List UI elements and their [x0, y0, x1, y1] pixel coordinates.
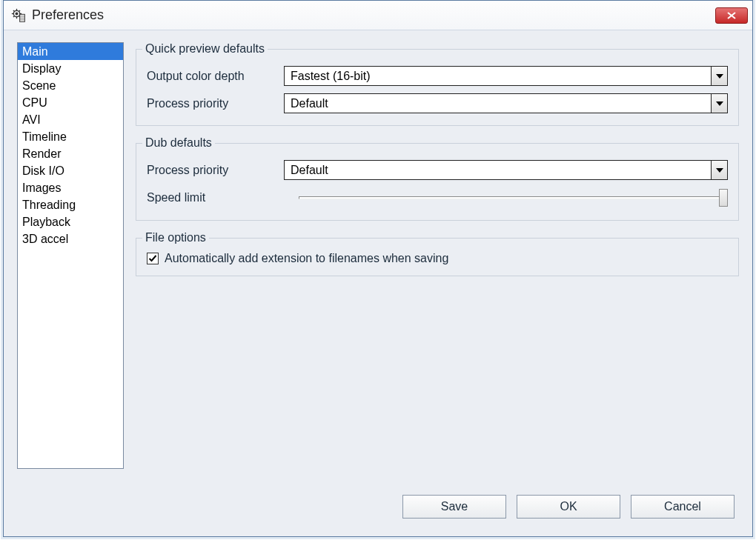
checkbox-label: Automatically add extension to filenames…: [165, 252, 448, 265]
dialog-buttons: Save OK Cancel: [402, 495, 735, 519]
qp-process-priority-select[interactable]: Default: [284, 93, 728, 113]
sidebar-item-display[interactable]: Display: [18, 60, 123, 77]
app-gear-film-icon: [11, 8, 26, 23]
svg-line-9: [13, 16, 15, 17]
speed-limit-label: Speed limit: [147, 191, 299, 204]
group-legend: File options: [142, 231, 209, 244]
close-icon: [726, 12, 737, 19]
auto-extension-checkbox[interactable]: Automatically add extension to filenames…: [147, 252, 728, 265]
sidebar-item-cpu[interactable]: CPU: [18, 94, 123, 111]
sidebar-item-playback[interactable]: Playback: [18, 213, 123, 230]
svg-marker-17: [716, 101, 723, 106]
qp-process-priority-label: Process priority: [147, 97, 284, 110]
group-dub-defaults: Dub defaults Process priority Default: [136, 136, 739, 221]
group-file-options: File options Automatically add extension…: [136, 231, 739, 276]
sidebar-item-images[interactable]: Images: [18, 179, 123, 196]
dub-process-priority-label: Process priority: [147, 164, 284, 177]
sidebar-item-threading[interactable]: Threading: [18, 196, 123, 213]
sidebar-item-main[interactable]: Main: [18, 43, 123, 60]
check-icon: [148, 254, 157, 263]
sidebar-item-disk-i-o[interactable]: Disk I/O: [18, 162, 123, 179]
slider-track: [299, 196, 728, 199]
speed-limit-slider[interactable]: [299, 187, 728, 208]
sidebar-item-scene[interactable]: Scene: [18, 77, 123, 94]
sidebar-item-render[interactable]: Render: [18, 145, 123, 162]
sidebar-item-timeline[interactable]: Timeline: [18, 128, 123, 145]
output-color-depth-select[interactable]: Fastest (16-bit): [284, 66, 728, 86]
svg-marker-16: [716, 74, 723, 79]
group-quick-preview: Quick preview defaults Output color dept…: [136, 42, 739, 126]
svg-line-8: [19, 10, 20, 11]
save-button[interactable]: Save: [402, 495, 506, 519]
chevron-down-icon: [711, 94, 727, 113]
preferences-window: Preferences MainDisplaySceneCPUAVITimeli…: [3, 0, 753, 537]
window-title: Preferences: [32, 7, 715, 23]
output-color-depth-label: Output color depth: [147, 70, 284, 83]
settings-panel: Quick preview defaults Output color dept…: [136, 42, 739, 524]
sidebar-item-3d-accel[interactable]: 3D accel: [18, 230, 123, 247]
sidebar-item-avi[interactable]: AVI: [18, 111, 123, 128]
svg-point-1: [16, 13, 18, 15]
select-value: Default: [285, 97, 711, 110]
group-legend: Dub defaults: [142, 136, 215, 150]
slider-thumb[interactable]: [719, 189, 728, 207]
svg-line-6: [13, 10, 15, 11]
titlebar: Preferences: [4, 1, 752, 30]
select-value: Fastest (16-bit): [285, 70, 711, 83]
category-list[interactable]: MainDisplaySceneCPUAVITimelineRenderDisk…: [17, 42, 124, 469]
ok-button[interactable]: OK: [517, 495, 620, 519]
svg-marker-18: [716, 168, 723, 173]
chevron-down-icon: [711, 161, 727, 179]
close-button[interactable]: [715, 7, 748, 24]
group-legend: Quick preview defaults: [142, 42, 268, 56]
checkbox-box: [147, 253, 159, 264]
dub-process-priority-select[interactable]: Default: [284, 160, 728, 180]
chevron-down-icon: [711, 67, 727, 85]
cancel-button[interactable]: Cancel: [631, 495, 735, 519]
select-value: Default: [285, 164, 711, 177]
client-area: MainDisplaySceneCPUAVITimelineRenderDisk…: [4, 30, 752, 536]
